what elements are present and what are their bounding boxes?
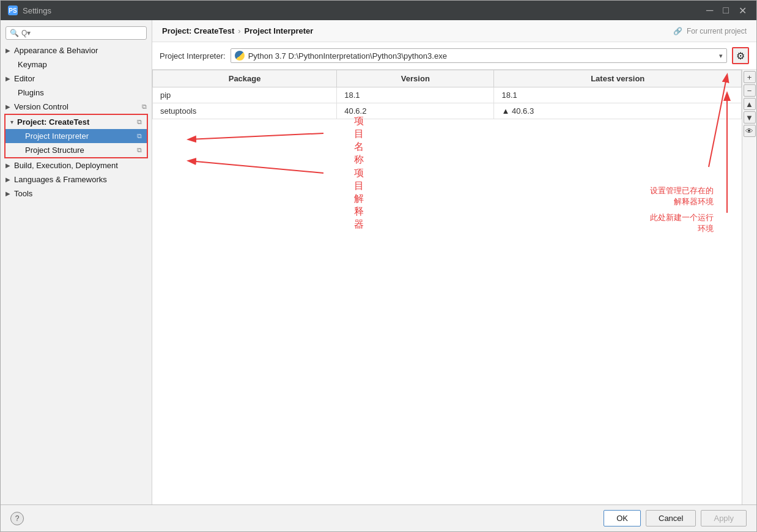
interpreter-value: Python 3.7 D:\PythonInterpretation\Pytho… xyxy=(248,51,717,61)
expand-icon: ▶ xyxy=(6,47,10,54)
link-icon: 🔗 xyxy=(673,27,682,35)
breadcrumb-current: Project Interpreter xyxy=(245,26,314,35)
sidebar-item-plugins[interactable]: Plugins xyxy=(1,86,152,100)
expand-icon: ▶ xyxy=(6,176,10,183)
pkg-name: setuptools xyxy=(153,103,337,119)
table-row: pip 18.1 18.1 xyxy=(153,87,742,103)
content-panel: Project: CreateTest › Project Interprete… xyxy=(152,20,756,504)
interpreter-label: Project Interpreter: xyxy=(160,51,226,61)
sidebar-item-label: Languages & Frameworks xyxy=(14,175,107,184)
expand-icon: ▶ xyxy=(6,103,10,110)
remove-package-button[interactable]: − xyxy=(744,84,756,97)
title-bar: PS Settings ─ □ ✕ xyxy=(1,1,756,20)
apply-button[interactable]: Apply xyxy=(701,510,747,526)
main-area: 🔍 ▶ Appearance & Behavior Keymap ▶ Edito… xyxy=(1,20,756,504)
sidebar-item-project[interactable]: ▾ Project: CreateTest ⧉ xyxy=(6,115,147,129)
pkg-version: 40.6.2 xyxy=(337,103,494,119)
package-table: Package Version Latest version pip 18.1 … xyxy=(152,70,742,119)
copy-icon: ⧉ xyxy=(137,118,142,126)
breadcrumb-project: Project: CreateTest xyxy=(162,26,234,35)
content-area: Project: CreateTest › Project Interprete… xyxy=(152,20,756,504)
sidebar-item-label: Version Control xyxy=(14,102,68,111)
sidebar-item-build[interactable]: ▶ Build, Execution, Deployment xyxy=(1,158,152,172)
expand-icon: ▶ xyxy=(6,190,10,197)
table-actions: + − ▲ ▼ 👁 xyxy=(742,70,756,504)
sidebar-item-project-structure[interactable]: Project Structure ⧉ xyxy=(6,143,147,157)
sidebar-item-label: Project Structure xyxy=(25,146,84,155)
search-box[interactable]: 🔍 xyxy=(6,26,147,40)
pkg-latest: 18.1 xyxy=(494,87,742,103)
copy-icon: ⧉ xyxy=(137,132,142,140)
for-current-project-link[interactable]: 🔗 For current project xyxy=(673,27,747,35)
col-latest: Latest version xyxy=(494,70,742,87)
python-icon xyxy=(235,51,245,61)
sidebar-item-label: Keymap xyxy=(18,60,47,69)
expand-icon: ▾ xyxy=(10,119,13,125)
sidebar-item-label: Tools xyxy=(14,189,32,198)
sidebar-item-keymap[interactable]: Keymap xyxy=(1,57,152,72)
sidebar-item-version-control[interactable]: ▶ Version Control ⧉ xyxy=(1,100,152,114)
close-button[interactable]: ✕ xyxy=(736,5,749,17)
project-section: ▾ Project: CreateTest ⧉ Project Interpre… xyxy=(4,114,148,158)
sidebar-item-label: Plugins xyxy=(18,88,44,97)
gear-icon: ⚙ xyxy=(736,50,745,62)
gear-button[interactable]: ⚙ xyxy=(732,47,749,64)
copy-icon: ⧉ xyxy=(137,146,142,154)
interpreter-bar: Project Interpreter: Python 3.7 D:\Pytho… xyxy=(152,42,756,70)
sidebar-item-appearance[interactable]: ▶ Appearance & Behavior xyxy=(1,43,152,57)
breadcrumb-separator: › xyxy=(238,26,240,35)
scroll-up-button[interactable]: ▲ xyxy=(744,98,756,110)
interpreter-select[interactable]: Python 3.7 D:\PythonInterpretation\Pytho… xyxy=(231,48,727,63)
search-icon: 🔍 xyxy=(10,29,19,37)
package-table-wrapper: Package Version Latest version pip 18.1 … xyxy=(152,70,756,504)
col-version: Version xyxy=(337,70,494,87)
expand-icon: ▶ xyxy=(6,162,10,169)
sidebar: 🔍 ▶ Appearance & Behavior Keymap ▶ Edito… xyxy=(1,20,152,504)
sidebar-item-label: Appearance & Behavior xyxy=(14,46,98,55)
minimize-button[interactable]: ─ xyxy=(704,5,715,17)
pkg-version: 18.1 xyxy=(337,87,494,103)
expand-icon: ▶ xyxy=(6,75,10,82)
sidebar-item-label: Build, Execution, Deployment xyxy=(14,161,118,170)
sidebar-item-editor[interactable]: ▶ Editor xyxy=(1,72,152,86)
sidebar-item-languages[interactable]: ▶ Languages & Frameworks xyxy=(1,172,152,187)
help-button[interactable]: ? xyxy=(10,512,24,525)
package-table-scroll[interactable]: Package Version Latest version pip 18.1 … xyxy=(152,70,742,504)
window-title: Settings xyxy=(23,6,51,15)
cancel-button[interactable]: Cancel xyxy=(646,510,696,526)
eye-button[interactable]: 👁 xyxy=(744,125,756,137)
sidebar-item-label: Project Interpreter xyxy=(25,131,89,141)
table-row: setuptools 40.6.2 ▲ 40.6.3 xyxy=(153,103,742,119)
bottom-bar: ? OK Cancel Apply xyxy=(1,504,756,531)
sidebar-item-project-interpreter[interactable]: Project Interpreter ⧉ xyxy=(6,129,147,143)
dropdown-arrow-icon: ▾ xyxy=(719,52,723,60)
add-package-button[interactable]: + xyxy=(744,71,756,83)
pkg-latest: ▲ 40.6.3 xyxy=(494,103,742,119)
maximize-button[interactable]: □ xyxy=(720,5,731,17)
ok-button[interactable]: OK xyxy=(604,510,641,526)
scroll-down-button[interactable]: ▼ xyxy=(744,111,756,124)
col-package: Package xyxy=(153,70,337,87)
search-input[interactable] xyxy=(21,29,142,37)
sidebar-item-tools[interactable]: ▶ Tools xyxy=(1,187,152,201)
sidebar-item-label: Editor xyxy=(14,74,35,83)
sidebar-item-label: Project: CreateTest xyxy=(17,117,89,127)
breadcrumb: Project: CreateTest › Project Interprete… xyxy=(152,20,756,42)
pkg-name: pip xyxy=(153,87,337,103)
settings-window: PS Settings ─ □ ✕ 🔍 ▶ Appearance & Behav… xyxy=(0,0,757,532)
app-icon: PS xyxy=(8,6,18,15)
copy-icon: ⧉ xyxy=(142,103,147,111)
